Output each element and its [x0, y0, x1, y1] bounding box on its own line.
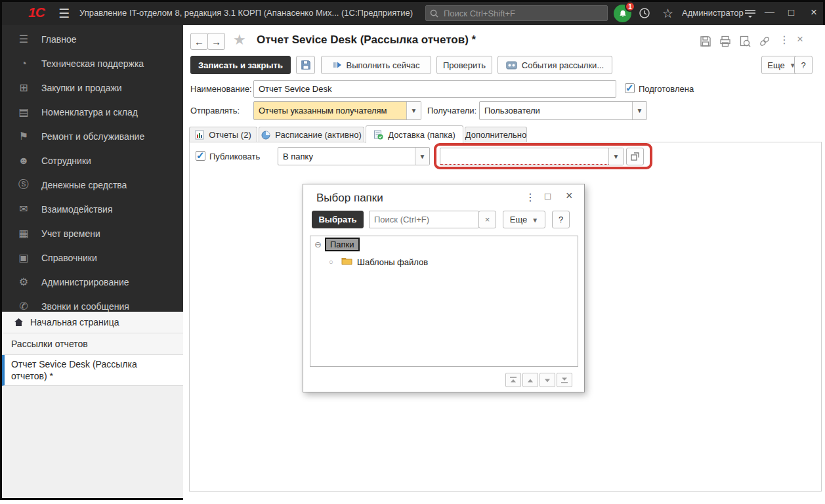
preview-icon[interactable]	[739, 35, 751, 47]
tab-additional[interactable]: Дополнительно	[465, 127, 527, 142]
delivery-folder-icon	[373, 130, 383, 140]
favorites-star-icon[interactable]: ☆	[662, 6, 673, 21]
tab-reports[interactable]: Отчеты (2)	[189, 127, 257, 142]
form-close-icon[interactable]: ×	[797, 33, 803, 46]
open-folder-button[interactable]	[626, 148, 644, 165]
books-icon: ▣	[16, 251, 31, 264]
publish-label: Публиковать	[209, 152, 260, 161]
go-up-button[interactable]	[522, 373, 538, 387]
home-page-button[interactable]: Начальная страница	[2, 312, 183, 333]
folder-input-combo[interactable]: ▼	[440, 148, 624, 165]
sidebar-item-time-tracking[interactable]: ▦Учет времени	[2, 221, 183, 245]
name-label: Наименование:	[190, 84, 252, 94]
back-button[interactable]: ←	[190, 33, 208, 50]
run-icon	[333, 60, 342, 70]
global-search-box[interactable]	[425, 5, 608, 21]
prepared-checkbox[interactable]	[625, 83, 635, 93]
send-label: Отправлять:	[190, 106, 240, 116]
sidebar: ☰Главное ◔Техническая поддержка ⊞Закупки…	[2, 25, 183, 498]
sidebar-item-administration[interactable]: ⚙Администрирование	[2, 270, 183, 294]
go-down-button[interactable]	[539, 373, 555, 387]
chevron-down-icon[interactable]: ▼	[632, 102, 646, 119]
tab-delivery[interactable]: Доставка (папка)	[366, 125, 463, 143]
run-now-button[interactable]: Выполнить сейчас	[321, 56, 431, 74]
recipients-label: Получатели:	[427, 106, 476, 116]
save-and-close-button[interactable]: Записать и закрыть	[190, 56, 291, 74]
save-button[interactable]	[296, 56, 315, 74]
dialog-more-button[interactable]: Еще▼	[503, 211, 545, 228]
check-button[interactable]: Проверить	[436, 56, 492, 74]
app-title: Управление IT-отделом 8, редакция 3.1 КО…	[79, 8, 413, 18]
dialog-maximize-button[interactable]: □	[545, 190, 551, 201]
sidebar-item-repair[interactable]: ⚑Ремонт и обслуживание	[2, 124, 183, 148]
form-save-icon[interactable]	[700, 35, 711, 47]
tree-child-node[interactable]: Шаблоны файлов	[357, 257, 428, 267]
sidebar-item-references[interactable]: ▣Справочники	[2, 245, 183, 270]
clock-icon	[261, 131, 270, 140]
open-window-reports[interactable]: Рассылки отчетов	[2, 333, 183, 355]
envelope-icon: ✉	[16, 203, 31, 215]
dialog-clear-search-button[interactable]: ×	[478, 211, 496, 228]
window-maximize-button[interactable]: □	[788, 7, 794, 18]
window-minimize-button[interactable]: —	[765, 6, 774, 17]
notification-badge: 1	[625, 1, 635, 12]
dialog-kebab-icon[interactable]: ⋮	[525, 191, 536, 203]
tree-root-node[interactable]: Папки	[325, 238, 360, 251]
floppy-icon	[301, 60, 311, 70]
mailing-events-button[interactable]: События рассылки...	[497, 56, 612, 74]
sidebar-item-money[interactable]: ⓢДенежные средства	[2, 173, 183, 197]
chevron-down-icon[interactable]: ▼	[406, 102, 421, 119]
calendar-icon: ▦	[16, 227, 31, 240]
go-first-button[interactable]	[505, 373, 521, 387]
chevron-down-icon[interactable]: ▼	[608, 148, 623, 165]
menu-lines-icon: ☰	[16, 33, 31, 45]
tree-collapse-icon[interactable]: ⊖	[314, 240, 322, 249]
sidebar-item-interactions[interactable]: ✉Взаимодействия	[2, 197, 183, 221]
tab-schedule[interactable]: Расписание (активно)	[259, 127, 364, 142]
send-mode-combo[interactable]: Отчеты указанным получателям ▼	[253, 101, 421, 120]
folder-select-dialog: Выбор папки ⋮ □ × Выбрать × Еще▼ ? ⊖ Пап…	[303, 184, 585, 392]
folder-mode-combo[interactable]: В папку ▼	[278, 147, 430, 165]
people-icon: ☻	[16, 155, 31, 167]
publish-checkbox[interactable]	[196, 151, 205, 161]
form-title: Отчет Sevice Desk (Рассылка отчетов) *	[257, 33, 476, 47]
sidebar-item-nomenclature[interactable]: ▤Номенклатура и склад	[2, 100, 183, 124]
more-kebab-icon[interactable]: ⋮	[779, 33, 790, 46]
notifications-button[interactable]: 1	[614, 5, 631, 22]
service-menu-icon[interactable]	[744, 8, 757, 18]
favorite-star-icon[interactable]: ★	[233, 32, 246, 49]
dialog-close-button[interactable]: ×	[566, 189, 573, 203]
money-bag-icon: ⓢ	[16, 178, 31, 192]
report-icon	[195, 130, 204, 140]
sidebar-item-main[interactable]: ☰Главное	[2, 27, 183, 51]
history-icon[interactable]	[639, 7, 650, 19]
dialog-title: Выбор папки	[316, 192, 383, 205]
open-window-active-report[interactable]: Отчет Sevice Desk (Рассылка отчетов) *	[2, 355, 183, 386]
window-close-button[interactable]: ×	[811, 6, 817, 19]
phone-icon: ✆	[16, 300, 31, 312]
1c-logo: 1С	[28, 5, 45, 20]
chevron-down-icon[interactable]: ▼	[415, 148, 429, 165]
sidebar-item-purchases-sales[interactable]: ⊞Закупки и продажи	[2, 75, 183, 100]
search-input[interactable]	[442, 8, 593, 19]
sidebar-item-tech-support[interactable]: ◔Техническая поддержка	[2, 51, 183, 75]
gear-icon: ⚙	[16, 276, 31, 288]
current-user[interactable]: Администратор	[682, 8, 744, 18]
help-button[interactable]: ?	[794, 56, 813, 74]
forward-button[interactable]: →	[207, 33, 225, 50]
dialog-search-input[interactable]	[369, 211, 479, 228]
link-icon[interactable]	[759, 35, 771, 47]
sidebar-sections: ☰Главное ◔Техническая поддержка ⊞Закупки…	[2, 25, 183, 312]
name-input[interactable]: Отчет Sevice Desk	[253, 80, 616, 98]
dialog-help-button[interactable]: ?	[552, 211, 570, 228]
hamburger-menu-icon[interactable]: ☰	[58, 6, 70, 21]
dialog-select-button[interactable]: Выбрать	[312, 211, 364, 228]
go-last-button[interactable]	[557, 373, 572, 387]
events-icon	[506, 61, 517, 70]
folder-tree[interactable]: ⊖ Папки ○ Шаблоны файлов	[310, 236, 578, 367]
recipients-combo[interactable]: Пользователи ▼	[479, 101, 647, 120]
prepared-label: Подготовлена	[639, 84, 694, 94]
print-icon[interactable]	[719, 35, 731, 47]
tree-leaf-icon[interactable]: ○	[329, 258, 333, 266]
sidebar-item-employees[interactable]: ☻Сотрудники	[2, 148, 183, 173]
